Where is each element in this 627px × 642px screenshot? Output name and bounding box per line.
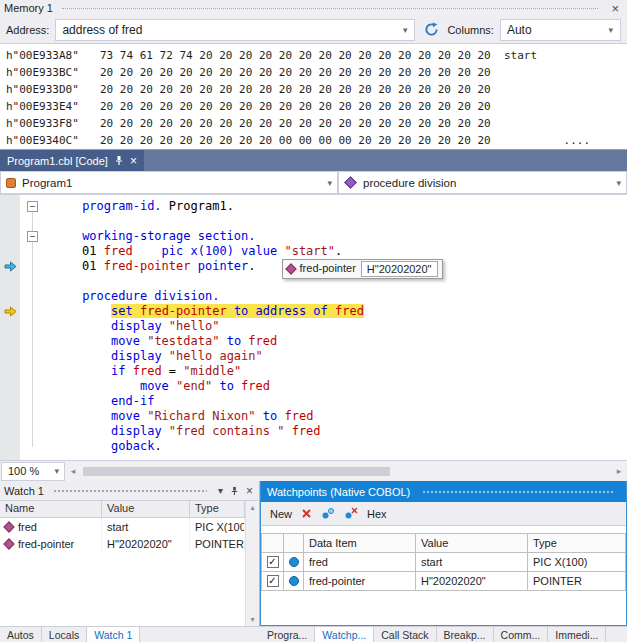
chevron-down-icon[interactable]: ▾ — [52, 466, 61, 476]
outline-margin[interactable] — [20, 439, 46, 454]
code-line[interactable]: procedure division. — [0, 289, 627, 304]
outline-margin[interactable] — [20, 424, 46, 439]
outline-margin[interactable] — [20, 334, 46, 349]
watch-name: fred-pointer — [18, 538, 74, 550]
scroll-left-icon[interactable]: ◂ — [65, 466, 81, 476]
outline-margin[interactable] — [20, 244, 46, 259]
code-line[interactable]: 01 fred pic x(100) value "start". — [0, 244, 627, 259]
bottom-tab-progra[interactable]: Progra... — [260, 627, 315, 642]
watchpoint-row[interactable]: ✓fred-pointerH"20202020"POINTER — [262, 572, 626, 591]
refresh-icon[interactable] — [421, 20, 441, 40]
scrollbar-thumb[interactable] — [83, 467, 390, 476]
zoom-dropdown[interactable]: 100 % ▾ — [1, 462, 65, 481]
new-watchpoint-button[interactable]: New — [270, 508, 292, 520]
section-dropdown[interactable]: procedure division ▾ — [338, 171, 627, 194]
collapse-minus-icon[interactable]: − — [27, 231, 38, 242]
memory-row[interactable]: h"00E933E4"20 20 20 20 20 20 20 20 20 20… — [6, 98, 627, 115]
code-line[interactable]: display "fred contains " fred — [0, 424, 627, 439]
chevron-down-icon[interactable]: ▾ — [616, 178, 621, 188]
bottom-tab-call-stack[interactable]: Call Stack — [374, 627, 436, 642]
memory-content[interactable]: h"00E933A8"73 74 61 72 74 20 20 20 20 20… — [0, 44, 627, 149]
bottom-tab-autos[interactable]: Autos — [0, 627, 42, 642]
code-editor[interactable]: − program-id. Program1.− working-storage… — [0, 195, 627, 460]
chevron-down-icon[interactable]: ▾ — [398, 25, 413, 35]
code-line[interactable]: display "hello again" — [0, 349, 627, 364]
watch-column-header: Type — [190, 501, 245, 517]
close-icon[interactable]: × — [607, 2, 623, 15]
watch-row[interactable]: fred-pointerH"20202020"POINTER — [0, 535, 245, 552]
watchpoint-checkbox[interactable]: ✓ — [267, 556, 279, 568]
outline-margin[interactable] — [20, 274, 46, 289]
watchpoints-column-header: Data Item — [304, 534, 416, 553]
bottom-tab-comm[interactable]: Comm... — [494, 627, 549, 642]
address-combobox[interactable]: address of fred ▾ — [55, 19, 415, 41]
titlebar-grip — [53, 489, 207, 493]
scroll-down-icon[interactable]: ▾ — [250, 615, 254, 624]
code-line[interactable]: − working-storage section. — [0, 229, 627, 244]
code-line[interactable]: end-if — [0, 394, 627, 409]
code-line[interactable]: set fred-pointer to address of fred — [0, 304, 627, 319]
chevron-down-icon[interactable]: ▾ — [327, 178, 332, 188]
memory-row[interactable]: h"00E933F8"20 20 20 20 20 20 20 20 20 20… — [6, 115, 627, 132]
outline-margin[interactable] — [20, 304, 46, 319]
datatip-name: fred-pointer — [300, 261, 356, 276]
bottom-tab-breakp[interactable]: Breakp... — [437, 627, 494, 642]
outline-margin[interactable] — [20, 259, 46, 274]
close-icon[interactable]: × — [244, 484, 255, 498]
code-line[interactable]: 01 fred-pointer pointer.fred-pointerH"20… — [0, 259, 627, 274]
outline-margin[interactable]: − — [20, 229, 46, 244]
memory-row[interactable]: h"00E9340C"20 20 20 20 20 20 20 20 20 00… — [6, 132, 627, 149]
bottom-tab-immedi[interactable]: Immedi... — [548, 627, 606, 642]
outline-margin[interactable] — [20, 214, 46, 229]
scroll-right-icon[interactable]: ▸ — [611, 466, 627, 476]
outline-margin[interactable] — [20, 409, 46, 424]
bottom-tab-locals[interactable]: Locals — [42, 627, 87, 642]
disable-watchpoints-icon[interactable] — [344, 507, 358, 520]
pin-icon[interactable] — [114, 155, 124, 166]
memory-title: Memory 1 — [4, 2, 53, 14]
code-line[interactable] — [0, 214, 627, 229]
scroll-up-icon[interactable]: ▴ — [250, 503, 254, 512]
pointer-arrow-icon[interactable] — [0, 261, 20, 272]
memory-row[interactable]: h"00E933BC"20 20 20 20 20 20 20 20 20 20… — [6, 64, 627, 81]
debug-windows-tabgroup: AutosLocalsWatch 1 — [0, 627, 260, 642]
bottom-tab-watch-1[interactable]: Watch 1 — [87, 627, 140, 642]
datatip-value[interactable]: H"20202020" — [361, 261, 438, 277]
program-dropdown[interactable]: Program1 ▾ — [0, 171, 338, 194]
watch-row[interactable]: fredstartPIC X(100) — [0, 518, 245, 535]
outline-margin[interactable] — [20, 394, 46, 409]
window-menu-icon[interactable]: ▾ — [216, 485, 225, 496]
outline-margin[interactable] — [20, 319, 46, 334]
enable-watchpoints-icon[interactable] — [321, 507, 335, 520]
memory-row[interactable]: h"00E933A8"73 74 61 72 74 20 20 20 20 20… — [6, 47, 627, 64]
pin-icon[interactable] — [228, 486, 241, 496]
scrollbar-track[interactable] — [81, 467, 611, 476]
code-line[interactable]: move "testdata" to fred — [0, 334, 627, 349]
bottom-tab-watchp[interactable]: Watchp... — [315, 627, 374, 642]
columns-combobox[interactable]: Auto ▾ — [500, 19, 621, 41]
outline-margin[interactable]: − — [20, 199, 46, 214]
outline-margin[interactable] — [20, 364, 46, 379]
vertical-scrollbar[interactable]: ▴ ▾ — [245, 501, 259, 626]
outline-margin[interactable] — [20, 349, 46, 364]
current-statement-arrow-icon[interactable] — [0, 306, 20, 317]
close-icon[interactable]: × — [130, 155, 137, 167]
watchpoint-row[interactable]: ✓fredstartPIC X(100) — [262, 553, 626, 572]
horizontal-scrollbar[interactable]: ◂ ▸ — [65, 461, 627, 481]
outline-margin[interactable] — [20, 379, 46, 394]
memory-row[interactable]: h"00E933D0"20 20 20 20 20 20 20 20 20 20… — [6, 81, 627, 98]
code-line[interactable]: move "Richard Nixon" to fred — [0, 409, 627, 424]
code-line[interactable]: display "hello" — [0, 319, 627, 334]
hex-toggle-button[interactable]: Hex — [367, 508, 387, 520]
outline-margin[interactable] — [20, 289, 46, 304]
code-line[interactable]: if fred = "middle" — [0, 364, 627, 379]
tab-program1-cbl[interactable]: Program1.cbl [Code] × — [0, 150, 144, 171]
watchpoint-checkbox[interactable]: ✓ — [267, 575, 279, 587]
code-line[interactable]: − program-id. Program1. — [0, 199, 627, 214]
delete-watchpoint-icon[interactable] — [301, 508, 312, 519]
code-line[interactable]: move "end" to fred — [0, 379, 627, 394]
chevron-down-icon[interactable]: ▾ — [603, 25, 618, 35]
code-line[interactable]: goback. — [0, 439, 627, 454]
memory-ascii: start — [504, 47, 627, 64]
collapse-minus-icon[interactable]: − — [27, 201, 38, 212]
